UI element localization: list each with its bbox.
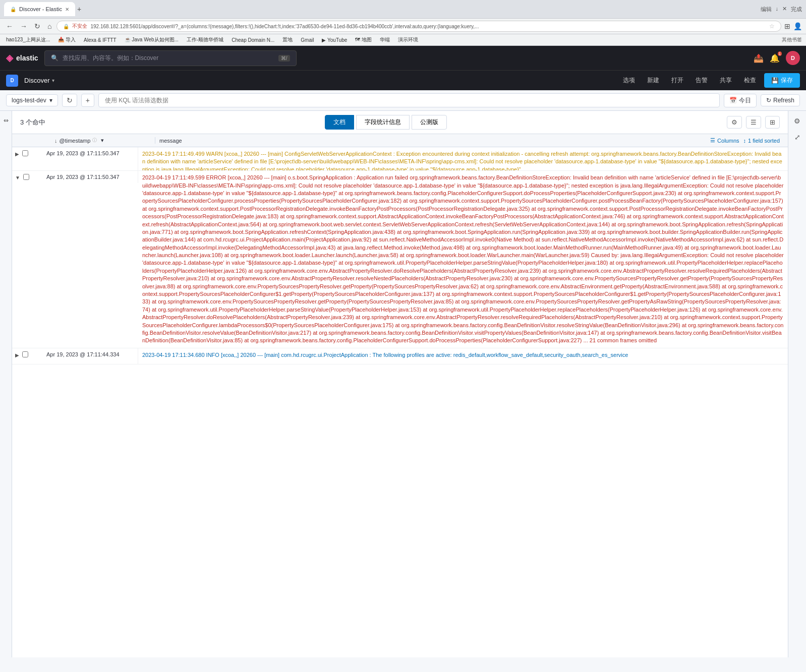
results-bar: 3 个命中 文档 字段统计信息 公测版 ⚙ ☰ ⊞	[12, 111, 788, 134]
right-expand-icon[interactable]: ⤢	[792, 131, 802, 143]
elastic-icon: ◈	[6, 52, 13, 64]
columns-toggle[interactable]: ☰ Columns	[710, 137, 739, 144]
tab-bar: 🔒 Discover - Elastic ✕ +	[4, 2, 81, 16]
row-checkbox[interactable]	[22, 351, 28, 357]
row-checkbox[interactable]	[23, 174, 29, 180]
not-secure-icon: 🔒	[63, 24, 69, 29]
notification-icon[interactable]: 🔔1	[770, 53, 780, 63]
app-icon: D	[6, 75, 18, 87]
sidebar-toggle[interactable]: ⇔	[0, 111, 12, 657]
new-button[interactable]: 新建	[643, 74, 663, 87]
address-bar[interactable]: 🔒 不安全 192.168.182.128:5601/app/discover#…	[56, 21, 781, 32]
table-row: ▶ Apr 19, 2023 @ 17:11:44.334 2023-04-19…	[12, 348, 788, 364]
sidebar-toggle-icon[interactable]: ⇔	[4, 117, 9, 124]
settings-view-btn[interactable]: ⚙	[727, 116, 742, 129]
tab-close-icon[interactable]: ✕	[65, 7, 69, 12]
home-button[interactable]: ⌂	[45, 21, 53, 31]
row-expand-button[interactable]: ▶	[14, 351, 20, 359]
avatar[interactable]: D	[786, 51, 800, 65]
share-button[interactable]: 共享	[716, 74, 736, 87]
refresh-button[interactable]: ↻ Refresh	[761, 94, 800, 106]
row-message: 2023-04-19 17:11:49.599 ERROR [xcoa,,] 2…	[138, 171, 788, 348]
app-dropdown-icon[interactable]	[52, 78, 54, 83]
browser-menu-close-x[interactable]: ✕	[782, 6, 787, 13]
sort-label: 1 field sorted	[748, 138, 780, 144]
message-label: message	[159, 138, 182, 144]
browser-nav: ← → ↻ ⌂ 🔒 不安全 192.168.182.128:5601/app/d…	[0, 19, 806, 34]
bookmark-work[interactable]: 工作-顺德华侨城	[185, 35, 225, 44]
tab-field-stats[interactable]: 字段统计信息	[356, 115, 410, 130]
bookmark-alexa[interactable]: Alexa & IFTTT	[82, 36, 118, 44]
table-row: ▶ Apr 19, 2023 @ 17:11:50.347 2023-04-19…	[12, 147, 788, 171]
row-controls: ▶	[12, 147, 42, 170]
tab-documents[interactable]: 文档	[325, 115, 354, 130]
save-button[interactable]: 💾 保存	[764, 73, 800, 88]
time-label: 今日	[739, 96, 751, 105]
extensions-icon[interactable]: ⊞	[784, 22, 790, 30]
bookmark-import[interactable]: 📥 导入	[56, 35, 78, 44]
browser-menu-fullscreen[interactable]: 完成	[791, 6, 802, 13]
filter-bar-right: 📅 今日 ↻ Refresh	[724, 94, 800, 107]
back-button[interactable]: ←	[4, 21, 15, 31]
index-pattern-select[interactable]: logs-test-dev	[6, 94, 58, 106]
kql-filter-input[interactable]	[98, 93, 720, 107]
message-col-header: message	[159, 138, 706, 144]
bookmark-zhidi[interactable]: 置地	[280, 35, 295, 44]
not-secure-label: 不安全	[72, 23, 87, 30]
main-content: 3 个命中 文档 字段统计信息 公测版 ⚙ ☰ ⊞ ↓ @	[12, 111, 788, 657]
bookmark-java[interactable]: ☕ Java Web从如何图...	[123, 35, 181, 44]
inspect-button[interactable]: 告警	[692, 74, 712, 87]
elastic-wordmark: elastic	[16, 54, 38, 62]
time-range-select[interactable]: 📅 今日	[724, 94, 757, 107]
bookmark-map[interactable]: 🗺 地图	[353, 35, 374, 44]
active-tab[interactable]: 🔒 Discover - Elastic ✕	[4, 2, 75, 16]
bookmark-hao123[interactable]: hao123_上网从这...	[4, 35, 52, 44]
table-row: ▼ Apr 19, 2023 @ 17:11:50.347 2023-04-19…	[12, 171, 788, 348]
sort-toggle[interactable]: ↕ 1 field sorted	[743, 137, 780, 144]
address-text: 192.168.182.128:5601/app/discover#/?_a=(…	[90, 24, 766, 29]
table-view-btn[interactable]: ☰	[746, 116, 761, 129]
new-tab-button[interactable]: +	[77, 5, 81, 13]
right-settings-icon[interactable]: ⚙	[792, 115, 802, 127]
search-shortcut: ⌘/	[278, 55, 290, 62]
grid-view-btn[interactable]: ⊞	[765, 116, 780, 129]
row-checkbox[interactable]	[22, 150, 28, 156]
timestamp-info-icon[interactable]: ⓘ	[92, 137, 97, 144]
bookmark-demo[interactable]: 演示环境	[396, 35, 420, 44]
row-controls: ▼	[12, 171, 42, 185]
row-timestamp: Apr 19, 2023 @ 17:11:44.334	[42, 348, 138, 364]
content-area: ⇔ 3 个命中 文档 字段统计信息 公测版 ⚙ ☰ ⊞	[0, 111, 806, 657]
second-bar: D Discover 选项 新建 打开 告警 共享 检查 💾 保存	[0, 70, 806, 90]
more-bookmarks[interactable]: 其他书签	[782, 36, 802, 43]
browser-menu-download[interactable]: ↓	[776, 6, 779, 13]
help-button[interactable]: 检查	[740, 74, 760, 87]
sort-down-icon[interactable]: ↓	[54, 138, 57, 144]
forward-button[interactable]: →	[18, 21, 29, 31]
row-expand-button[interactable]: ▼	[14, 174, 21, 181]
bookmark-icon[interactable]: ☆	[769, 23, 775, 30]
elastic-logo: ◈ elastic	[6, 52, 38, 64]
open-button[interactable]: 打开	[667, 74, 687, 87]
save-label: 保存	[781, 76, 793, 85]
bookmark-hua[interactable]: 华端	[378, 35, 392, 44]
options-button[interactable]: 选项	[619, 74, 639, 87]
row-expand-button[interactable]: ▶	[14, 150, 20, 158]
index-dropdown-icon	[49, 97, 52, 104]
share-icon[interactable]: 📤	[754, 53, 764, 63]
bookmark-youtube[interactable]: ▶ YouTube	[320, 36, 349, 44]
browser-chrome: 🔒 Discover - Elastic ✕ + 编辑 ↓ ✕ 完成	[0, 0, 806, 19]
bookmark-gmail[interactable]: Gmail	[299, 36, 316, 44]
results-count: 3 个命中	[20, 118, 45, 127]
results-bar-right: ⚙ ☰ ⊞	[727, 116, 780, 129]
filter-refresh-btn[interactable]: ↻	[62, 94, 77, 107]
browser-menu-edit[interactable]: 编辑	[761, 6, 772, 13]
columns-label: Columns	[717, 138, 739, 144]
profile-icon[interactable]: 👤	[793, 22, 802, 30]
bookmark-cheap[interactable]: Cheap Domain N...	[229, 36, 276, 44]
timestamp-sort-icon[interactable]	[101, 137, 104, 144]
add-filter-btn[interactable]: +	[81, 94, 94, 107]
app-name-label: Discover	[24, 77, 50, 84]
global-search-bar[interactable]: 🔍 查找应用、内容等。例如：Discover ⌘/	[44, 50, 297, 66]
reload-button[interactable]: ↻	[32, 21, 42, 31]
tab-beta[interactable]: 公测版	[412, 115, 447, 130]
